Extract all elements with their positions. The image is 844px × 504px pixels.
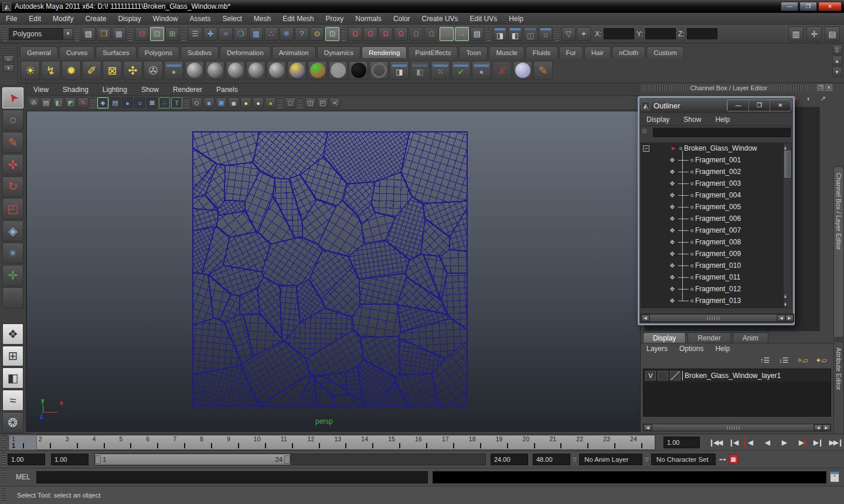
scroll-left-icon[interactable]: ◀ — [644, 424, 652, 431]
shaded-mode-icon[interactable]: ● — [122, 97, 133, 108]
isolate-select-icon[interactable]: ◻ — [285, 97, 296, 108]
paint-selection-tool[interactable]: ✎ — [2, 132, 23, 153]
play-forward-button[interactable]: ▶ — [776, 437, 791, 448]
menu-select[interactable]: Select — [216, 13, 247, 25]
help-grip[interactable] — [2, 488, 6, 502]
outliner-item[interactable]: ❖oFragment_004 — [641, 189, 785, 201]
shelf-dropdown-button[interactable]: ▼ — [4, 64, 14, 72]
script-editor-icon[interactable]: ≡ — [830, 472, 839, 482]
range-slider-thumb[interactable]: 1 24 — [95, 454, 290, 465]
scroll-left-icon[interactable]: ◀ — [814, 424, 822, 431]
minimize-button[interactable]: — — [781, 2, 798, 11]
menu-proxy[interactable]: Proxy — [320, 13, 350, 25]
persp-outliner-layout-button[interactable]: ◧ — [2, 367, 23, 389]
mask-dropdown-icon[interactable]: ☰ — [188, 27, 202, 41]
film-gate-icon[interactable]: ▤ — [110, 97, 121, 108]
separator-grip[interactable] — [75, 27, 79, 41]
shelf-scroll-up-icon[interactable]: ▴ — [832, 56, 842, 66]
step-back-key-button[interactable]: ◀ — [742, 437, 757, 448]
wireframe-mode-icon[interactable]: ◈ — [97, 97, 108, 108]
panel-menu-shading[interactable]: Shading — [56, 84, 96, 96]
checker-icon[interactable]: ◙ — [228, 97, 239, 108]
menu-mesh[interactable]: Mesh — [248, 13, 277, 25]
timeline-frame-18[interactable]: 18 — [467, 435, 494, 449]
textured-cube-icon[interactable]: ▣ — [216, 97, 227, 108]
light-gold-icon[interactable]: ● — [265, 97, 276, 108]
area-light-icon[interactable]: ⊠ — [103, 61, 122, 80]
mel-label[interactable]: MEL — [16, 473, 30, 481]
timeline-frame-20[interactable]: 20 — [520, 435, 547, 449]
material-sphere-1-icon[interactable] — [185, 61, 204, 80]
timeline-frame-13[interactable]: 13 — [332, 435, 359, 449]
scroll-track[interactable] — [652, 424, 814, 431]
save-scene-icon[interactable]: ▦ — [112, 27, 126, 41]
playback-start-field[interactable] — [51, 454, 89, 465]
soft-modification-tool[interactable]: ✴ — [2, 243, 23, 264]
panel-menu-show[interactable]: Show — [134, 84, 166, 96]
timeline-frame-11[interactable]: 11 — [278, 435, 305, 449]
mask-deformations-icon[interactable]: ▦ — [249, 27, 263, 41]
menu-normals[interactable]: Normals — [349, 13, 387, 25]
timeline-frame-5[interactable]: 5 — [117, 435, 144, 449]
panel-menu-view[interactable]: View — [26, 84, 56, 96]
light-white-icon[interactable]: ● — [253, 97, 264, 108]
step-forward-frame-button[interactable]: ▶❙ — [810, 437, 825, 448]
animation-end-field[interactable] — [533, 454, 570, 465]
separator-grip[interactable] — [555, 27, 559, 41]
anim-layer-selector[interactable]: No Anim Layer — [579, 454, 642, 465]
shelf-tab-fur[interactable]: Fur — [559, 46, 583, 58]
select-component-icon[interactable]: ⊞ — [165, 27, 179, 41]
share-node-icon[interactable]: ≺ — [329, 97, 341, 108]
default-material-icon[interactable]: ◇ — [191, 97, 202, 108]
separator-grip[interactable] — [278, 98, 283, 108]
scroll-left-icon[interactable]: ◀ — [641, 315, 649, 321]
menu-assets[interactable]: Assets — [183, 13, 216, 25]
flat-shade-icon[interactable]: ○ — [134, 97, 145, 108]
menu-display[interactable]: Display — [112, 13, 147, 25]
construction-history-icon[interactable]: ▤ — [470, 27, 484, 41]
channel-box-header[interactable]: Channel Box / Layer Editor ❐ ✕ — [641, 83, 833, 92]
lock-selection-icon[interactable]: ⊙ — [310, 27, 324, 41]
lasso-tool[interactable]: ◌ — [2, 110, 23, 131]
side-tab-channel-box-layer-editor[interactable]: Channel Box / Layer Editor — [833, 166, 844, 338]
shelf-tab-general[interactable]: General — [20, 46, 58, 58]
layer-menu-help[interactable]: Help — [709, 343, 736, 355]
ipr-render-icon[interactable]: ◫ — [523, 27, 537, 41]
menu-modify[interactable]: Modify — [47, 13, 79, 25]
timeline-frame-24[interactable]: 24 — [628, 435, 655, 449]
outliner-menu-show[interactable]: Show — [676, 114, 708, 125]
render-settings-shelf-icon[interactable]: ⁙ — [431, 61, 450, 80]
panel-menu-panels[interactable]: Panels — [209, 84, 245, 96]
timeline-frame-16[interactable]: 16 — [413, 435, 440, 449]
render-settings-icon[interactable]: ⁙ — [539, 27, 553, 41]
shelf-tab-custom[interactable]: Custom — [646, 46, 684, 58]
side-tab-attribute-editor[interactable]: Attribute Editor — [833, 341, 844, 441]
chevron-down-icon[interactable]: ▼ — [63, 28, 73, 40]
shelf-menu-button[interactable]: ▭ — [4, 55, 14, 63]
grease-pencil-icon[interactable]: ✎ — [77, 97, 89, 108]
shelf-tab-animation[interactable]: Animation — [272, 46, 316, 58]
speed-fast-icon[interactable]: ↗ — [818, 93, 828, 104]
menu-create-uvs[interactable]: Create UVs — [416, 13, 464, 25]
timeline-frame-7[interactable]: 7 — [171, 435, 198, 449]
outliner-item[interactable]: ❖oFragment_011 — [641, 271, 785, 283]
material-sphere-4-icon[interactable] — [246, 61, 266, 80]
menu-help[interactable]: Help — [503, 13, 529, 25]
show-manipulator-tool[interactable]: ✛ — [2, 265, 23, 286]
outliner-item[interactable]: ❖oFragment_009 — [641, 248, 785, 260]
step-forward-key-button[interactable]: ▶ — [793, 437, 808, 448]
filter-icon[interactable]: ⊞ — [642, 128, 651, 137]
timeline-frame-22[interactable]: 22 — [574, 435, 601, 449]
timeline-frame-14[interactable]: 14 — [359, 435, 386, 449]
volume-light-icon[interactable]: ✐ — [82, 61, 101, 80]
layer-menu-options[interactable]: Options — [673, 343, 709, 355]
layer-tab-display[interactable]: Display — [643, 332, 686, 343]
timeline-frame-10[interactable]: 10 — [251, 435, 278, 449]
shelf-tab-subdivs[interactable]: Subdivs — [181, 46, 219, 58]
snap-grid-icon[interactable]: Ω — [348, 27, 362, 41]
timeline-frame-23[interactable]: 23 — [601, 435, 628, 449]
outliner-item[interactable]: ❖oFragment_005 — [641, 201, 785, 213]
current-time-field[interactable] — [663, 437, 700, 448]
menu-edit-mesh[interactable]: Edit Mesh — [277, 13, 319, 25]
outliner-menu-help[interactable]: Help — [708, 114, 737, 125]
